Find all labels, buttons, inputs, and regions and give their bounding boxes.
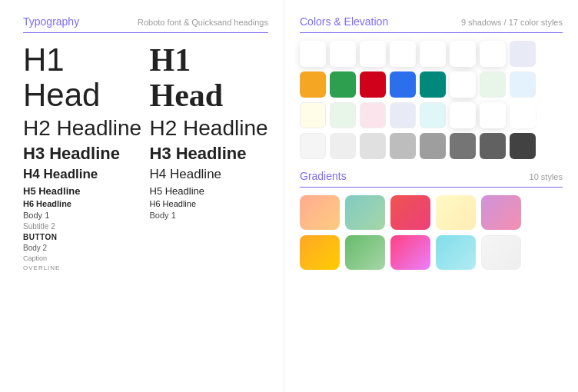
colors-header: Colors & Elevation 9 shadows / 17 color … [300,15,563,33]
subtitle2-roboto: Subtitle 2 [23,222,142,231]
gradient-orange-yellow [300,235,340,270]
color-blue [390,71,416,98]
gradient-red-pink [390,195,430,230]
gradient-row-1 [300,195,563,230]
h4-roboto: H4 Headline [23,167,142,182]
color-yellow-pastel [300,102,326,128]
color-grey-600 [450,133,476,159]
h5-quicksand: H5 Headline [150,185,269,197]
color-white4 [510,102,536,128]
h4-quicksand: H4 Headline [150,167,269,182]
color-orange [300,71,326,98]
h3-roboto: H3 Headline [23,144,142,164]
h2-roboto: H2 Headline [23,116,142,141]
body1-roboto: Body 1 [23,211,142,220]
shadow-row [300,41,563,67]
color-green [330,71,356,98]
color-indigo-pastel [390,102,416,128]
h5-roboto: H5 Headline [23,185,142,197]
h2-quicksand: H2 Headline [150,116,269,141]
color-cyan-pastel [420,102,446,128]
button-roboto: BUTTON [23,233,142,241]
gradient-peach [300,195,340,230]
shadow-swatch-8 [510,41,536,67]
gradient-teal-green [345,195,385,230]
gradient-row-2 [300,235,563,270]
typography-subtitle: Roboto font & Quicksand headings [138,18,268,27]
color-grey-300 [360,133,386,159]
h3-quicksand: H3 Headline [150,144,269,164]
color-green-pastel [330,102,356,128]
color-row-vibrant [300,71,563,98]
shadow-swatch-1 [300,41,326,67]
color-grey-800 [510,133,536,159]
shadow-swatch-6 [450,41,476,67]
typography-columns: H1 Head H2 Headline H3 Headline H4 Headl… [23,42,268,274]
color-grey-400 [390,133,416,159]
gradient-grey-light [481,235,521,270]
body1-quicksand: Body 1 [150,211,269,220]
gradients-header: Gradients 10 styles [300,170,563,188]
shadow-swatch-2 [330,41,356,67]
gradient-yellow-light [436,195,476,230]
h1-quicksand: H1 Head [150,42,269,113]
colors-panel: Colors & Elevation 9 shadows / 17 color … [284,0,578,392]
h1-roboto: H1 Head [23,42,142,113]
h6-quicksand: H6 Headline [150,199,269,208]
gradients-title: Gradients [300,170,347,182]
overline-roboto: OVERLINE [23,264,142,271]
gradient-green [345,235,385,270]
shadow-swatch-7 [480,41,506,67]
colors-title: Colors & Elevation [300,15,388,28]
colors-subtitle: 9 shadows / 17 color styles [461,18,563,27]
typo-col-quicksand: H1 Head H2 Headline H3 Headline H4 Headl… [150,42,269,274]
color-light-blue [510,71,536,98]
color-pink-pastel [360,102,386,128]
color-white2 [450,102,476,128]
shadow-swatch-5 [420,41,446,67]
gradient-pink-purple [390,235,430,270]
color-white1 [450,71,476,98]
color-row-grey [300,133,563,159]
color-white3 [480,102,506,128]
gradient-cyan [436,235,476,270]
shadow-swatch-3 [360,41,386,67]
color-teal [420,71,446,98]
typo-col-roboto: H1 Head H2 Headline H3 Headline H4 Headl… [23,42,142,274]
h6-roboto: H6 Headline [23,199,142,208]
color-grey-700 [480,133,506,159]
color-red [360,71,386,98]
typography-title: Typography [23,15,79,28]
shadow-swatch-4 [390,41,416,67]
color-grey-200 [330,133,356,159]
color-grey-500 [420,133,446,159]
body2-roboto: Body 2 [23,244,142,252]
color-grey-100 [300,133,326,159]
caption-roboto: Caption [23,254,142,262]
typography-header: Typography Roboto font & Quicksand headi… [23,15,268,33]
color-light-green [480,71,506,98]
color-row-pastel [300,102,563,128]
gradient-purple-pink [481,195,521,230]
gradients-subtitle: 10 styles [530,172,563,181]
typography-panel: Typography Roboto font & Quicksand headi… [0,0,284,392]
